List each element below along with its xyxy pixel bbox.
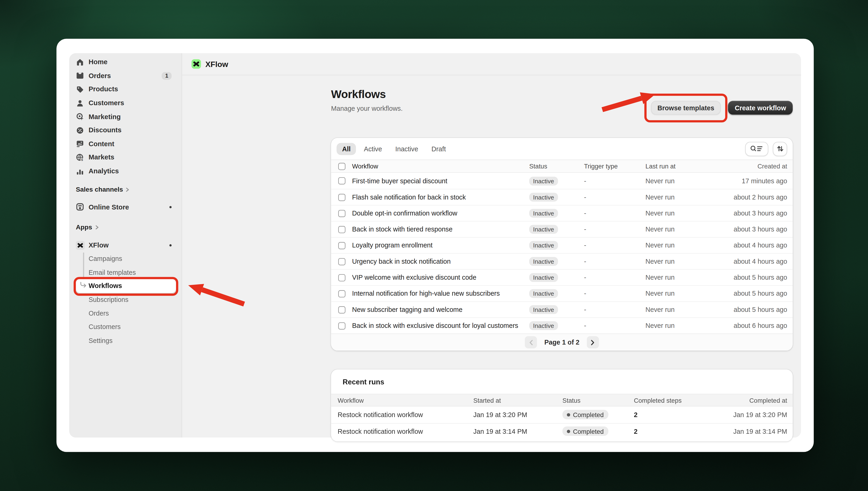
row-checkbox-cell	[331, 226, 352, 233]
last-run-cell: Never run	[646, 257, 728, 265]
created-at-cell: about 4 hours ago	[728, 241, 793, 249]
row-checkbox[interactable]	[338, 177, 345, 184]
trigger-type-cell: -	[584, 226, 646, 233]
table-actions	[745, 142, 787, 156]
row-checkbox[interactable]	[338, 258, 345, 265]
row-checkbox[interactable]	[338, 290, 345, 297]
trigger-type-cell: -	[584, 290, 646, 297]
column-header-trigger-type: Trigger type	[584, 163, 646, 170]
recent-run-row[interactable]: Restock notification workflowJan 19 at 3…	[331, 406, 793, 423]
created-at-cell: about 6 hours ago	[728, 322, 793, 329]
created-at-cell: about 2 hours ago	[728, 193, 793, 201]
row-checkbox-cell	[331, 274, 352, 281]
xflow-app-label: XFlow	[89, 241, 108, 249]
status-badge: Inactive	[529, 241, 558, 250]
apps-label: Apps	[76, 223, 92, 231]
chevron-right-icon	[94, 225, 99, 230]
subitem-label: Settings	[89, 337, 113, 344]
row-checkbox[interactable]	[338, 306, 345, 313]
row-checkbox[interactable]	[338, 210, 345, 217]
status-cell: Inactive	[529, 321, 584, 330]
row-checkbox[interactable]	[338, 274, 345, 281]
previous-page-button[interactable]	[525, 336, 537, 348]
next-page-button[interactable]	[587, 336, 599, 348]
sidebar-item-label: Home	[89, 58, 107, 66]
sidebar-subitem-email-templates[interactable]: Email templates	[69, 265, 182, 279]
status-badge: Inactive	[529, 225, 558, 234]
workflow-name: Back in stock with tiered response	[352, 226, 529, 233]
table-row[interactable]: Back in stock with tiered responseInacti…	[331, 221, 793, 237]
select-all-checkbox[interactable]	[338, 163, 345, 170]
sidebar-item-analytics[interactable]: Analytics	[69, 164, 182, 178]
workflows-table-header: WorkflowStatusTrigger typeLast run atCre…	[331, 160, 793, 173]
status-badge: Inactive	[529, 176, 558, 185]
sidebar-item-products[interactable]: Products	[69, 83, 182, 96]
pagination: Page 1 of 2	[331, 334, 793, 351]
sidebar-section-sales-channels[interactable]: Sales channels	[76, 185, 129, 193]
sidebar-item-marketing[interactable]: Marketing	[69, 110, 182, 123]
sort-button[interactable]	[773, 142, 787, 156]
table-row[interactable]: First-time buyer special discountInactiv…	[331, 173, 793, 189]
workflow-name: Loyalty program enrollment	[352, 241, 529, 249]
row-checkbox-cell	[331, 290, 352, 297]
table-row[interactable]: Internal notification for high-value new…	[331, 285, 793, 301]
subitem-label: Email templates	[89, 268, 136, 276]
sidebar-item-orders[interactable]: Orders1	[69, 69, 182, 83]
status-cell: Inactive	[529, 193, 584, 202]
sidebar-item-online-store[interactable]: Online Store	[69, 200, 182, 214]
table-row[interactable]: Loyalty program enrollmentInactive-Never…	[331, 237, 793, 253]
xflow-app-icon	[76, 241, 85, 250]
tab-all[interactable]: All	[337, 143, 356, 155]
row-checkbox[interactable]	[338, 194, 345, 201]
sidebar-item-markets[interactable]: $Markets	[69, 151, 182, 165]
header-select-all[interactable]	[331, 163, 352, 170]
column-header-workflow: Workflow	[338, 397, 473, 404]
sidebar-subitem-subscriptions[interactable]: Subscriptions	[69, 293, 182, 307]
tab-draft[interactable]: Draft	[426, 143, 452, 155]
tab-inactive[interactable]: Inactive	[390, 143, 424, 155]
sidebar-subitem-workflows[interactable]: Workflows	[76, 279, 176, 293]
storefront-icon	[76, 203, 84, 211]
status-cell: Inactive	[529, 305, 584, 314]
run-completed-at: Jan 19 at 3:20 PM	[717, 411, 787, 418]
browse-templates-button[interactable]: Browse templates	[651, 101, 721, 115]
online-store-label: Online Store	[89, 203, 129, 211]
status-badge: Inactive	[529, 257, 558, 266]
table-row[interactable]: Urgency back in stock notificationInacti…	[331, 253, 793, 269]
sidebar-item-customers[interactable]: Customers	[69, 96, 182, 110]
xflow-subnav: CampaignsEmail templatesWorkflowsSubscri…	[69, 252, 182, 347]
table-row[interactable]: VIP welcome with exclusive discount code…	[331, 269, 793, 285]
sidebar-item-discounts[interactable]: Discounts	[69, 123, 182, 137]
column-header-status: Status	[529, 163, 584, 170]
sidebar-subitem-orders[interactable]: Orders	[69, 307, 182, 320]
tab-active[interactable]: Active	[358, 143, 388, 155]
table-row[interactable]: Back in stock with exclusive discount fo…	[331, 317, 793, 334]
recent-runs-padding	[331, 439, 793, 442]
sidebar-item-xflow-app[interactable]: XFlow	[69, 238, 182, 252]
content-icon	[76, 140, 84, 148]
sidebar-section-apps[interactable]: Apps	[76, 223, 99, 231]
last-run-cell: Never run	[646, 193, 728, 201]
run-status-cell: Completed	[562, 427, 634, 436]
table-row[interactable]: Flash sale notification for back in stoc…	[331, 189, 793, 205]
recent-runs-card: Recent runs WorkflowStarted atStatusComp…	[331, 369, 793, 441]
row-checkbox[interactable]	[338, 226, 345, 233]
sidebar-item-home[interactable]: Home	[69, 55, 182, 69]
row-checkbox[interactable]	[338, 242, 345, 249]
sidebar-item-label: Content	[89, 140, 114, 148]
search-filter-button[interactable]	[745, 142, 768, 156]
row-checkbox-cell	[331, 177, 352, 184]
row-checkbox[interactable]	[338, 322, 345, 329]
recent-runs-title: Recent runs	[331, 369, 793, 394]
sidebar-subitem-campaigns[interactable]: Campaigns	[69, 252, 182, 265]
create-workflow-button[interactable]: Create workflow	[728, 101, 793, 115]
sidebar-subitem-settings[interactable]: Settings	[69, 334, 182, 348]
app-window: HomeOrders1ProductsCustomersMarketingDis…	[57, 39, 814, 452]
recent-run-row[interactable]: Restock notification workflowJan 19 at 3…	[331, 423, 793, 439]
table-row[interactable]: Double opt-in confirmation workflowInact…	[331, 205, 793, 221]
last-run-cell: Never run	[646, 322, 728, 329]
sidebar-subitem-customers[interactable]: Customers	[69, 320, 182, 334]
sidebar-item-content[interactable]: Content	[69, 137, 182, 151]
table-row[interactable]: New subscriber tagging and welcomeInacti…	[331, 301, 793, 317]
orders-count-badge: 1	[162, 72, 172, 80]
